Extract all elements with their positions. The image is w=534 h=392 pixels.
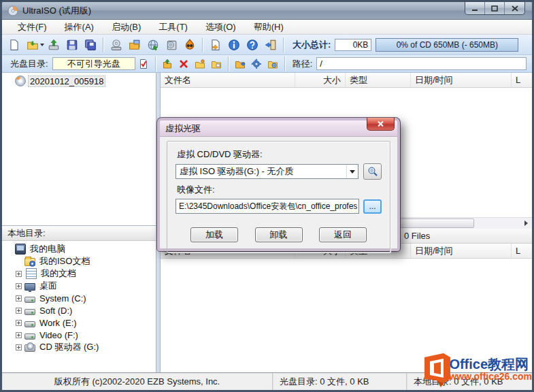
ultraiso-window: UltraISO (试用版) 文件(F)操作(A)启动(B)工具(T)选项(O)… [0,0,534,392]
maximize-button[interactable] [485,2,505,14]
column-header-2[interactable]: 类型 [346,73,411,87]
import-folder-icon [235,59,246,69]
mount-image-icon [184,39,196,51]
save-button[interactable] [63,36,81,53]
browse-folder-button[interactable] [265,56,281,71]
mount-image-button[interactable] [180,36,199,53]
open-folder-icon [27,39,39,51]
dialog-groupbox: 虚拟 CD/DVD 驱动器: 虚拟 ISO 驱动器(G:) - 无介质 映像文件… [167,141,390,252]
tree-item-label: Work (E:) [38,318,78,328]
path-label: 路径: [293,58,313,70]
virtual-drive-selected-value: 虚拟 ISO 驱动器(G:) - 无介质 [180,165,294,178]
drive-icon [24,321,35,327]
verify-document-button[interactable] [135,56,152,71]
tree-item[interactable]: 我的ISO文档 [3,255,154,267]
tree-item[interactable]: Work (E:) [3,316,154,329]
close-button[interactable] [505,2,524,14]
column-header-4[interactable]: L [512,244,532,258]
image-file-input[interactable]: E:\2345Downloads\Office安装包\cn_office_pro… [176,199,359,214]
tree-item-label: Soft (D:) [38,306,73,316]
scroll-right-arrow-icon[interactable] [520,218,532,229]
dialog-close-button[interactable] [367,118,395,131]
expand-plus-icon[interactable] [16,295,22,301]
watermark-site-url: www.office26.com [449,371,532,382]
extract-up-folder-button[interactable] [159,56,176,71]
expand-plus-icon[interactable] [16,332,22,338]
drive-disc-button[interactable] [162,36,180,53]
tree-item[interactable]: 20201012_005918 [3,75,154,87]
menu-item-5[interactable]: 帮助(H) [246,20,291,35]
save-as-button[interactable] [81,36,99,53]
menu-item-2[interactable]: 启动(B) [104,20,148,35]
virtual-drive-select[interactable]: 虚拟 ISO 驱动器(G:) - 无介质 [176,164,358,179]
column-header-3[interactable]: 日期/时间 [411,73,512,87]
tree-item-label: 我的电脑 [29,243,67,255]
folder-clock-icon [24,258,35,266]
disc-directory-label: 光盘目录: [10,58,48,70]
unload-button[interactable]: 卸载 [255,227,303,242]
drive-properties-button[interactable] [363,163,382,180]
open-folder-button[interactable] [23,36,41,53]
menu-item-4[interactable]: 选项(O) [198,20,244,35]
virtual-drive-dialog: 虚拟光驱 虚拟 CD/DVD 驱动器: 虚拟 ISO 驱动器(G:) - 无介质… [157,118,400,251]
menu-item-1[interactable]: 操作(A) [57,20,101,35]
tree-item[interactable]: Video (F:) [3,329,154,341]
tree-item[interactable]: System (C:) [3,292,154,304]
expand-plus-icon[interactable] [16,320,22,326]
menu-item-3[interactable]: 工具(T) [151,20,195,35]
disc-file-list-header: 文件名大小类型日期/时间L [161,73,532,88]
documents-icon [26,268,37,279]
save-icon [66,39,78,51]
expand-plus-icon[interactable] [16,271,22,277]
tree-item[interactable]: 我的电脑 [3,243,154,255]
minimize-button[interactable] [465,2,485,14]
path-field[interactable]: / [316,57,527,70]
maximize-icon [491,5,498,12]
back-button[interactable]: 返回 [319,227,367,242]
info-button[interactable] [224,36,243,53]
menu-item-0[interactable]: 文件(F) [10,20,54,35]
help-button[interactable] [243,36,261,53]
column-header-1[interactable]: 大小 [295,73,346,87]
rename-folder-button[interactable] [208,56,224,71]
verify-document-icon [138,59,149,69]
watermark: Office教程网 www.office26.com [420,352,532,389]
toolbar-separator [283,37,284,52]
extract-to-drive-button[interactable] [44,36,63,53]
tree-item[interactable]: Soft (D:) [3,304,154,316]
burn-disc-button[interactable] [107,36,125,53]
load-button[interactable]: 加载 [190,227,238,242]
expand-plus-icon[interactable] [16,344,22,350]
new-folder-button[interactable] [192,56,208,71]
extract-to-drive-icon [48,39,60,51]
convert-document-button[interactable] [206,36,224,53]
browse-button[interactable]: ... [363,199,382,214]
toolbar-separator [155,56,156,71]
column-header-4[interactable]: L [512,73,532,87]
disc-directory-status: 光盘目录: 0 文件, 0 KB [273,373,407,390]
tree-item[interactable]: CD 驱动器 (G:) [3,341,154,353]
tree-item[interactable]: 桌面 [3,280,154,292]
chevron-down-icon[interactable] [346,165,358,178]
minimize-icon [471,5,478,12]
column-header-0[interactable]: 文件名 [161,73,295,87]
settings-gear-button[interactable] [248,56,265,71]
folders-button[interactable] [125,36,144,53]
capacity-progress-bar: 0% of CD 650MB (- 650MB) [376,38,518,52]
boot-status-field[interactable]: 不可引导光盘 [52,57,135,70]
tree-item[interactable]: 我的文档 [3,267,154,280]
import-folder-button[interactable] [232,56,248,71]
dialog-title-bar[interactable]: 虚拟光驱 [160,120,397,137]
expand-plus-icon[interactable] [16,283,22,289]
tree-item-label: 我的文档 [39,267,78,280]
new-document-button[interactable] [5,36,23,53]
exit-button[interactable] [261,36,280,53]
expand-plus-icon[interactable] [16,308,22,314]
tree-item-label: CD 驱动器 (G:) [38,341,100,353]
scrollbar-track[interactable] [475,218,520,229]
delete-icon [178,59,189,69]
menu-bar: 文件(F)操作(A)启动(B)工具(T)选项(O)帮助(H) [2,20,532,35]
column-header-3[interactable]: 日期/时间 [411,244,512,258]
web-disc-button[interactable] [144,36,162,53]
delete-button[interactable] [176,56,192,71]
